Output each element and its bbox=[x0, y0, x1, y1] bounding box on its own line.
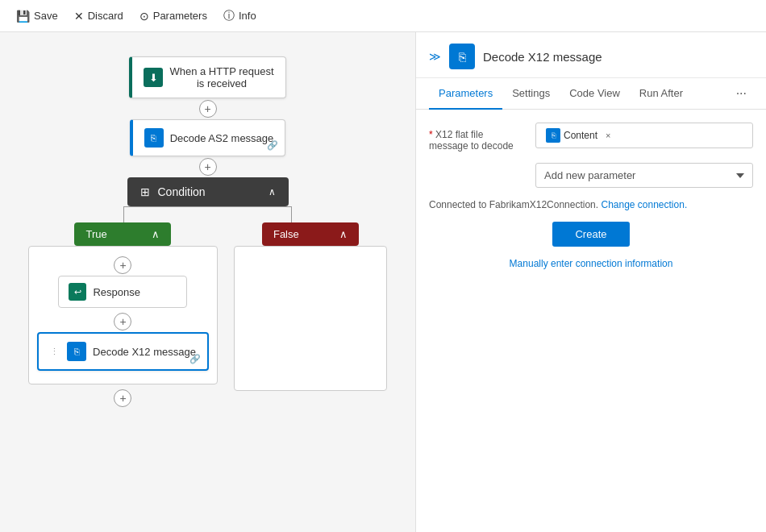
save-button[interactable]: 💾 Save bbox=[10, 6, 65, 26]
change-connection-link[interactable]: Change connection. bbox=[601, 199, 687, 210]
collapse-icon: ≫ bbox=[429, 50, 441, 63]
true-branch-header[interactable]: True ∧ bbox=[74, 222, 171, 246]
tab-settings-label: Settings bbox=[512, 87, 550, 99]
parameters-label: Parameters bbox=[153, 10, 207, 22]
decode-x12-icon: ⎘ bbox=[67, 342, 86, 361]
panel-collapse-button[interactable]: ≫ bbox=[429, 50, 441, 63]
manual-link[interactable]: Manually enter connection information bbox=[429, 258, 753, 269]
save-label: Save bbox=[34, 10, 58, 22]
true-branch-chevron: ∧ bbox=[152, 228, 160, 240]
condition-node: ⊞ Condition ∧ bbox=[127, 177, 289, 206]
panel-body: * X12 flat filemessage to decode ⎘ Conte… bbox=[416, 110, 766, 532]
content-tag: ⎘ Content bbox=[543, 127, 601, 144]
tab-parameters[interactable]: Parameters bbox=[429, 78, 502, 110]
flow-container: ⬇ When a HTTP requestis received + ⎘ Dec… bbox=[16, 48, 399, 409]
false-branch-header[interactable]: False ∧ bbox=[262, 222, 359, 246]
save-icon: 💾 bbox=[16, 10, 30, 23]
add-after-decode-as2[interactable]: + bbox=[199, 158, 217, 176]
condition-label: Condition bbox=[158, 185, 206, 198]
branches-wrapper: True ∧ + ↩ Response + bbox=[16, 206, 399, 409]
add-param-area: Add new parameter bbox=[535, 163, 753, 188]
info-icon: ⓘ bbox=[223, 9, 235, 23]
false-branch-chevron: ∧ bbox=[339, 228, 348, 240]
http-trigger-node: ⬇ When a HTTP requestis received bbox=[129, 56, 285, 98]
content-tag-label: Content bbox=[564, 130, 597, 141]
add-in-true-top[interactable]: + bbox=[114, 256, 131, 274]
parameters-icon: ⊙ bbox=[139, 10, 149, 23]
side-panel: ≫ ⎘ Decode X12 message Parameters Settin… bbox=[415, 32, 766, 532]
condition-box[interactable]: ⊞ Condition ∧ bbox=[127, 177, 289, 206]
x12-field-row: * X12 flat filemessage to decode ⎘ Conte… bbox=[429, 123, 753, 152]
panel-icon-symbol: ⎘ bbox=[459, 50, 466, 64]
x12-tag-input[interactable]: ⎘ Content × bbox=[535, 123, 753, 148]
add-param-row: Add new parameter bbox=[429, 163, 753, 188]
panel-title: Decode X12 message bbox=[483, 50, 602, 64]
x12-field-label: * X12 flat filemessage to decode bbox=[429, 123, 526, 152]
decode-x12-node[interactable]: ⋮ ⎘ Decode X12 message 🔗 bbox=[37, 332, 209, 371]
required-star: * bbox=[429, 129, 433, 140]
http-trigger-icon: ⬇ bbox=[144, 68, 163, 87]
discard-label: Discard bbox=[88, 10, 123, 22]
branches-row: True ∧ + ↩ Response + bbox=[28, 222, 387, 409]
main-layout: ⬇ When a HTTP requestis received + ⎘ Dec… bbox=[0, 32, 766, 532]
create-button[interactable]: Create bbox=[552, 222, 629, 247]
info-label: Info bbox=[239, 10, 256, 22]
tab-more-button[interactable]: ··· bbox=[730, 78, 753, 109]
link-icon-x12: 🔗 bbox=[189, 354, 201, 364]
decode-x12-label: Decode X12 message bbox=[93, 346, 196, 358]
condition-icon: ⊞ bbox=[140, 185, 150, 198]
true-branch-column: True ∧ + ↩ Response + bbox=[28, 222, 218, 409]
response-icon: ↩ bbox=[69, 283, 86, 301]
decode-as2-icon: ⎘ bbox=[144, 128, 164, 148]
add-below-true[interactable]: + bbox=[114, 389, 131, 407]
tab-run-after-label: Run After bbox=[639, 87, 683, 99]
create-button-label: Create bbox=[575, 228, 606, 240]
false-branch-column: False ∧ bbox=[234, 222, 387, 409]
panel-tabs: Parameters Settings Code View Run After … bbox=[416, 78, 766, 110]
content-tag-icon: ⎘ bbox=[546, 128, 560, 143]
decode-as2-label: Decode AS2 message bbox=[170, 132, 274, 144]
add-param-select[interactable]: Add new parameter bbox=[535, 163, 753, 188]
false-branch-label: False bbox=[273, 228, 299, 240]
link-icon-as2: 🔗 bbox=[267, 140, 278, 151]
x12-input-area: ⎘ Content × bbox=[535, 123, 753, 148]
panel-icon: ⎘ bbox=[449, 44, 475, 69]
content-tag-remove[interactable]: × bbox=[606, 131, 610, 140]
discard-icon: ✕ bbox=[74, 10, 84, 23]
tab-settings[interactable]: Settings bbox=[502, 78, 560, 110]
add-after-trigger[interactable]: + bbox=[199, 100, 217, 118]
http-trigger-label: When a HTTP requestis received bbox=[169, 65, 273, 89]
response-node[interactable]: ↩ Response bbox=[58, 276, 187, 308]
decode-as2-box[interactable]: ⎘ Decode AS2 message 🔗 bbox=[130, 119, 286, 156]
discard-button[interactable]: ✕ Discard bbox=[68, 6, 130, 26]
tab-parameters-label: Parameters bbox=[439, 87, 493, 99]
true-branch-label: True bbox=[85, 228, 106, 240]
add-after-response[interactable]: + bbox=[114, 313, 131, 330]
connection-info: Connected to FabrikamX12Connection. Chan… bbox=[429, 199, 753, 210]
true-branch-body: + ↩ Response + ⋮ ⎘ Decode X1 bbox=[28, 246, 218, 384]
toolbar: 💾 Save ✕ Discard ⊙ Parameters ⓘ Info bbox=[0, 0, 766, 32]
info-button[interactable]: ⓘ Info bbox=[217, 6, 263, 27]
canvas: ⬇ When a HTTP requestis received + ⎘ Dec… bbox=[0, 32, 415, 532]
condition-chevron: ∧ bbox=[269, 186, 276, 197]
tab-code-view-label: Code View bbox=[569, 87, 620, 99]
false-branch-body bbox=[234, 246, 387, 391]
http-trigger-box[interactable]: ⬇ When a HTTP requestis received bbox=[129, 56, 285, 98]
tab-code-view[interactable]: Code View bbox=[560, 78, 630, 110]
decode-x12-dots: ⋮ bbox=[50, 347, 59, 357]
response-label: Response bbox=[93, 286, 140, 298]
tab-run-after[interactable]: Run After bbox=[630, 78, 693, 110]
panel-header: ≫ ⎘ Decode X12 message bbox=[416, 32, 766, 78]
decode-as2-node: ⎘ Decode AS2 message 🔗 bbox=[130, 119, 286, 156]
parameters-button[interactable]: ⊙ Parameters bbox=[133, 6, 214, 26]
connection-text: Connected to FabrikamX12Connection. bbox=[429, 199, 598, 210]
